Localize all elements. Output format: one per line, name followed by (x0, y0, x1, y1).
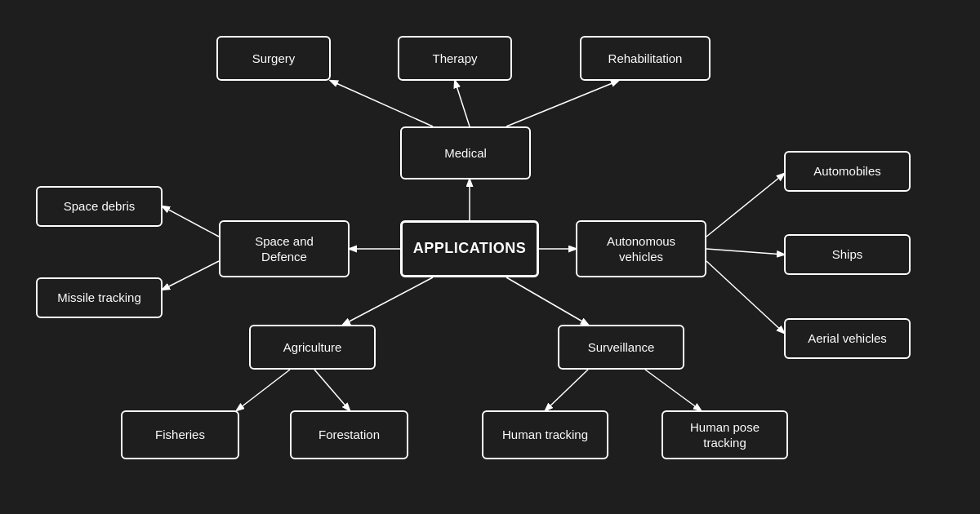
node-human-tracking: Human tracking (482, 410, 608, 459)
svg-line-14 (506, 277, 588, 325)
svg-line-3 (506, 81, 618, 126)
svg-line-12 (237, 370, 290, 410)
node-human-pose-tracking: Human pose tracking (662, 410, 788, 459)
node-applications: APPLICATIONS (400, 220, 539, 277)
node-forestation: Forestation (290, 410, 408, 459)
svg-line-8 (706, 174, 784, 237)
node-automobiles: Automobiles (784, 151, 911, 192)
node-surgery: Surgery (216, 36, 331, 81)
node-fisheries: Fisheries (121, 410, 239, 459)
node-ships: Ships (784, 234, 911, 275)
node-missile-tracking: Missile tracking (36, 277, 163, 318)
node-therapy: Therapy (398, 36, 512, 81)
node-agriculture: Agriculture (249, 325, 376, 370)
svg-line-13 (314, 370, 350, 410)
node-rehabilitation: Rehabilitation (580, 36, 710, 81)
svg-line-6 (163, 261, 219, 290)
svg-line-16 (645, 370, 701, 410)
svg-line-11 (343, 277, 433, 325)
node-surveillance: Surveillance (558, 325, 684, 370)
svg-line-5 (163, 206, 219, 237)
applications-diagram: APPLICATIONS Medical Surgery Therapy Reh… (0, 0, 980, 514)
node-medical: Medical (400, 126, 531, 179)
svg-line-15 (546, 370, 588, 410)
node-aerial-vehicles: Aerial vehicles (784, 318, 911, 359)
svg-line-1 (331, 81, 433, 126)
node-space-defence: Space and Defence (219, 220, 350, 277)
node-space-debris: Space debris (36, 186, 163, 227)
node-autonomous: Autonomous vehicles (576, 220, 706, 277)
svg-line-10 (706, 261, 784, 333)
svg-line-2 (455, 81, 470, 126)
svg-line-9 (706, 249, 784, 255)
